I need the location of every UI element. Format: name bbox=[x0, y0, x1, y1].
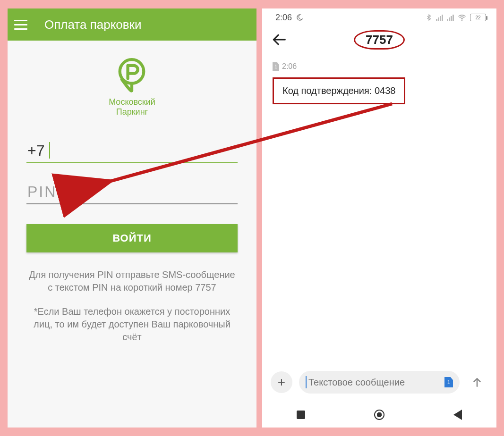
message-time: 2:06 bbox=[282, 62, 297, 71]
compose-caret bbox=[306, 376, 307, 388]
logo-line1: Московский bbox=[109, 97, 155, 107]
contact-number[interactable]: 7757 bbox=[354, 30, 405, 50]
parking-app-screen: Оплата парковки Московский Паркинг ВОЙТИ… bbox=[8, 8, 256, 428]
security-hint-text: *Если Ваш телефон окажется у посторонних… bbox=[26, 305, 238, 344]
appbar-title: Оплата парковки bbox=[44, 17, 142, 32]
text-caret bbox=[49, 142, 50, 159]
nav-back-icon[interactable] bbox=[453, 410, 462, 420]
back-button[interactable] bbox=[272, 32, 288, 48]
compose-input-wrap: 1 bbox=[299, 371, 460, 394]
menu-icon[interactable] bbox=[14, 16, 31, 33]
pin-field-wrap bbox=[26, 180, 238, 204]
plus-icon: + bbox=[278, 375, 285, 390]
send-button[interactable] bbox=[466, 371, 488, 393]
bluetooth-icon bbox=[426, 14, 432, 21]
message-list[interactable]: 1 2:06 Код подтверждения: 0438 bbox=[262, 53, 496, 363]
logo-line2: Паркинг bbox=[116, 107, 148, 117]
pin-hint-text: Для получения PIN отправьте SMS-сообщени… bbox=[26, 268, 238, 294]
logo-text: Московский Паркинг bbox=[109, 97, 155, 117]
pin-input[interactable] bbox=[26, 180, 238, 204]
sim-select-icon[interactable]: 1 bbox=[444, 377, 453, 387]
login-button[interactable]: ВОЙТИ bbox=[26, 224, 238, 252]
nav-recent-icon[interactable] bbox=[297, 411, 305, 419]
message-timestamp: 1 2:06 bbox=[273, 62, 486, 71]
parking-logo: Московский Паркинг bbox=[109, 58, 155, 117]
phone-input[interactable] bbox=[26, 139, 238, 163]
compose-input[interactable] bbox=[308, 377, 444, 388]
android-navbar bbox=[262, 402, 496, 428]
message-composer: + 1 bbox=[262, 363, 496, 402]
login-form: Московский Паркинг ВОЙТИ Для получения P… bbox=[8, 41, 256, 428]
arrow-up-icon bbox=[471, 376, 483, 388]
signal-icon-1 bbox=[436, 14, 443, 21]
nav-home-icon[interactable] bbox=[374, 410, 384, 420]
battery-icon: 22 bbox=[470, 14, 486, 21]
svg-point-1 bbox=[461, 20, 462, 21]
statusbar: 2:06 22 bbox=[262, 8, 496, 26]
attach-button[interactable]: + bbox=[271, 371, 292, 393]
sms-app-screen: 2:06 22 7757 1 2:06 Код подтверждения: 0… bbox=[262, 8, 496, 428]
appbar: Оплата парковки bbox=[8, 8, 256, 41]
parking-logo-icon bbox=[116, 58, 148, 95]
dnd-moon-icon bbox=[296, 14, 303, 21]
signal-icon-2 bbox=[447, 14, 454, 21]
wifi-icon bbox=[458, 14, 466, 21]
statusbar-time: 2:06 bbox=[275, 13, 292, 23]
message-bubble[interactable]: Код подтверждения: 0438 bbox=[273, 77, 405, 104]
sim-chip-icon: 1 bbox=[273, 62, 279, 71]
phone-field-wrap bbox=[26, 139, 238, 163]
conversation-header: 7757 bbox=[262, 26, 496, 53]
battery-level: 22 bbox=[475, 15, 480, 20]
arrow-left-icon bbox=[272, 32, 288, 48]
